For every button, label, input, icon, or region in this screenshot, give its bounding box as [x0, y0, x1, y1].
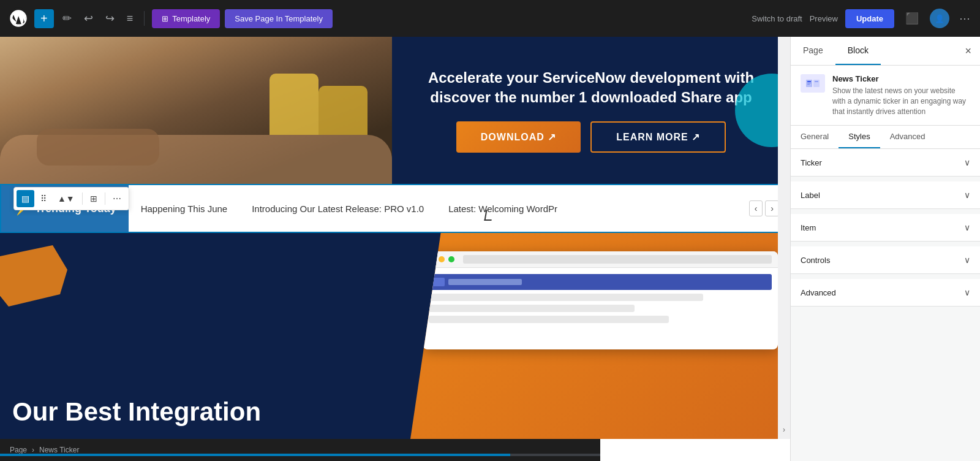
download-button[interactable]: DOWNLOAD ↗	[456, 121, 581, 153]
list-view-button[interactable]: ≡	[123, 9, 137, 29]
accordion-advanced-header[interactable]: Advanced ∨	[791, 279, 980, 306]
accordion-label-chevron: ∨	[964, 190, 970, 200]
accordion-ticker-header[interactable]: Ticker ∨	[791, 149, 980, 176]
progress-fill	[0, 454, 510, 456]
toolbar-divider	[82, 192, 83, 205]
svg-rect-6	[815, 81, 818, 82]
app-title	[448, 279, 522, 285]
app-icon	[432, 278, 445, 286]
accordion-item: Item ∨	[791, 214, 980, 242]
accordion-advanced: Advanced ∨	[791, 279, 980, 307]
accordion-ticker-chevron: ∨	[964, 158, 970, 167]
sub-tab-advanced[interactable]: Advanced	[880, 126, 935, 148]
section-gap-3	[791, 242, 980, 246]
ticker-item-1: Happening This June	[141, 204, 228, 214]
ticker-content: Happening This June Introducing Our Late…	[129, 204, 749, 214]
more-options-button[interactable]: ⋯	[957, 9, 973, 28]
svg-rect-2	[807, 81, 811, 82]
ticker-item-2: Introducing Our Latest Release: PRO v1.0	[252, 204, 424, 214]
accordion-controls: Controls ∨	[791, 246, 980, 274]
hero-content-right: Accelerate your ServiceNow development w…	[392, 37, 790, 184]
browser-dot-red	[429, 256, 435, 262]
svg-rect-3	[807, 83, 811, 83]
progress-bar	[0, 454, 600, 456]
section-gap-2	[791, 209, 980, 214]
panel-sub-tabs: General Styles Advanced	[791, 126, 980, 149]
wp-logo[interactable]	[7, 7, 29, 29]
update-button[interactable]: Update	[845, 9, 894, 28]
panel-header: Page Block ×	[791, 37, 980, 66]
templately-icon: ⊞	[162, 14, 168, 23]
main-layout: Accelerate your ServiceNow development w…	[0, 37, 980, 461]
hero-image-left	[0, 37, 392, 184]
accordion-controls-title: Controls	[801, 256, 830, 265]
orange-brush-decoration	[0, 245, 67, 307]
breadcrumb-bar: Page › News Ticker	[0, 439, 600, 461]
browser-bar	[423, 251, 778, 268]
bottom-heading-text: Our Best Integration	[12, 397, 261, 427]
ticker-next-button[interactable]: ›	[765, 200, 779, 216]
toolbar-divider-2	[105, 192, 105, 205]
breadcrumb-current: News Ticker	[39, 446, 79, 454]
add-button[interactable]: +	[34, 9, 54, 28]
block-description: Show the latest news on your website wit…	[832, 86, 970, 116]
browser-content-row-3	[429, 316, 669, 323]
canvas-area: Accelerate your ServiceNow development w…	[0, 37, 790, 461]
layout-icon-button[interactable]: ⬛	[902, 8, 922, 29]
accordion-label-header[interactable]: Label ∨	[791, 181, 980, 208]
accordion-label-title: Label	[801, 191, 820, 200]
block-toolbar: ▤ ⠿ ▲▼ ⊞ ⋯	[13, 187, 129, 210]
preview-button[interactable]: Preview	[810, 14, 838, 23]
redo-button[interactable]: ↪	[102, 8, 118, 29]
browser-inner-content	[423, 268, 778, 333]
browser-dot-green	[448, 256, 454, 262]
tab-page[interactable]: Page	[791, 37, 835, 65]
block-grid-button[interactable]: ⊞	[85, 190, 102, 207]
switch-to-draft-button[interactable]: Switch to draft	[752, 14, 802, 23]
tab-block[interactable]: Block	[835, 37, 881, 65]
sub-tab-styles[interactable]: Styles	[839, 126, 880, 148]
panel-close-button[interactable]: ×	[956, 39, 980, 64]
browser-app-bar	[429, 274, 772, 290]
accordion-item-header[interactable]: Item ∨	[791, 214, 980, 241]
block-title: News Ticker	[832, 74, 970, 83]
hero-section: Accelerate your ServiceNow development w…	[0, 37, 790, 184]
pen-button[interactable]: ✏	[59, 8, 75, 29]
section-gap-4	[791, 274, 980, 279]
right-panel: Page Block × News Ticker Show the latest…	[790, 37, 980, 461]
people-image	[0, 37, 392, 184]
browser-dot-yellow	[439, 256, 445, 262]
accordion-controls-chevron: ∨	[964, 255, 970, 265]
save-templately-button[interactable]: Save Page In Templately	[225, 9, 333, 28]
accordion-item-chevron: ∨	[964, 223, 970, 232]
block-info-section: News Ticker Show the latest news on your…	[791, 66, 980, 126]
block-move-button[interactable]: ▲▼	[53, 190, 80, 207]
section-gap-1	[791, 177, 980, 181]
browser-content-row-2	[429, 305, 635, 312]
breadcrumb-page[interactable]: Page	[10, 446, 27, 454]
browser-address-bar	[463, 255, 772, 264]
ticker-prev-button[interactable]: ‹	[749, 200, 763, 216]
block-drag-button[interactable]: ⠿	[36, 190, 51, 207]
canvas-right-scroll[interactable]: ›	[778, 37, 790, 439]
sub-tab-general[interactable]: General	[791, 126, 839, 148]
main-toolbar: + ✏ ↩ ↪ ≡ ⊞ Templately Save Page In Temp…	[0, 0, 980, 37]
browser-mockup	[423, 251, 778, 349]
accordion-controls-header[interactable]: Controls ∨	[791, 246, 980, 273]
browser-content-row-1	[429, 294, 703, 301]
undo-button[interactable]: ↩	[80, 8, 97, 29]
user-avatar-button[interactable]: 👤	[930, 9, 949, 28]
block-more-options[interactable]: ⋯	[108, 190, 126, 207]
toolbar-right: Switch to draft Preview Update ⬛ 👤 ⋯	[752, 8, 973, 29]
bottom-right-orange-bg	[410, 233, 790, 439]
templately-button[interactable]: ⊞ Templately	[152, 9, 220, 28]
svg-rect-5	[813, 80, 820, 87]
learn-more-button[interactable]: LEARN MORE ↗	[590, 121, 726, 153]
block-type-button[interactable]: ▤	[17, 190, 34, 207]
bottom-integration-section: Our Best Integration	[0, 233, 790, 439]
accordion-advanced-chevron: ∨	[964, 288, 970, 297]
breadcrumb-separator: ›	[32, 446, 34, 454]
accordion-ticker: Ticker ∨	[791, 149, 980, 177]
accordion-ticker-title: Ticker	[801, 158, 822, 167]
svg-rect-4	[807, 84, 810, 85]
